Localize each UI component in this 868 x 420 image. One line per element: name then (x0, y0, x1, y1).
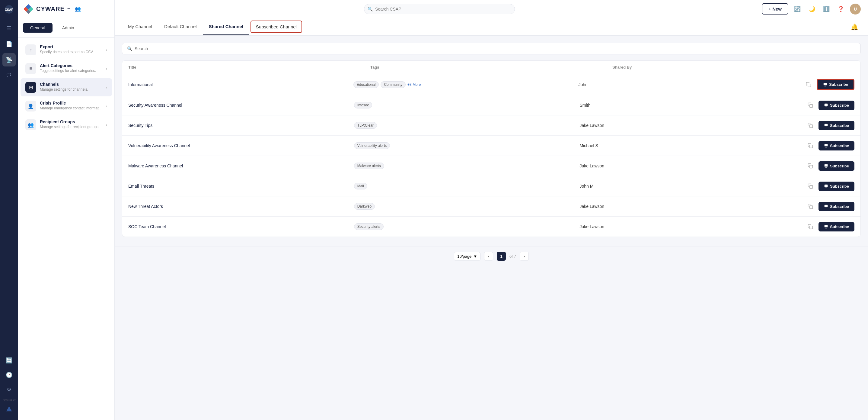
svg-rect-9 (824, 83, 827, 85)
per-page-selector[interactable]: 10/page ▼ (454, 252, 480, 261)
prev-page-button[interactable]: ‹ (484, 252, 493, 261)
row-4-subscribe-button[interactable]: Subscribe (818, 161, 855, 171)
search-icon: 🔍 (368, 7, 373, 11)
csap-logo-icon: CSAP (4, 4, 14, 14)
row-3-copy-button[interactable] (805, 140, 815, 151)
sidebar-item-alert-categories[interactable]: ≡ Alert Categories Toggle settings for a… (21, 59, 112, 78)
tag-tlp:clear: TLP:Clear (354, 122, 377, 129)
svg-rect-10 (810, 105, 813, 108)
refresh-icon-button[interactable]: 🔄 (792, 4, 803, 15)
row-7-copy-button[interactable] (805, 222, 815, 232)
nav-clock-icon[interactable]: 🕐 (2, 368, 16, 382)
user-avatar[interactable]: U (850, 4, 861, 15)
content-search-input[interactable] (134, 46, 856, 51)
tag-darkweb: Darkweb (354, 203, 375, 210)
row-6-copy-button[interactable] (805, 201, 815, 212)
tag-vulnerability-alerts: Vulnerability alerts (354, 142, 390, 149)
admin-tab-button[interactable]: Admin (55, 23, 82, 33)
tab-shared-channel[interactable]: Shared Channel (203, 19, 249, 35)
row-0-copy-button[interactable] (803, 80, 814, 90)
row-2-copy-button[interactable] (805, 120, 815, 131)
cyware-title: CYWARE (36, 5, 65, 12)
sidebar-icon-recipient-groups: 👥 (25, 119, 36, 130)
row-2-subscribe-button[interactable]: Subscribe (818, 121, 855, 130)
app-logo[interactable]: CSAP (3, 3, 16, 16)
row-1-tags: Infosec (354, 102, 580, 109)
sidebar-desc-export: Specify dates and export as CSV (40, 50, 93, 54)
svg-rect-18 (810, 186, 813, 189)
sidebar-item-channels[interactable]: ⊞ Channels Manage settings for channels.… (21, 78, 112, 96)
nav-cyware-brand-icon (2, 402, 16, 416)
nav-settings-icon[interactable]: ⚙ (2, 383, 16, 396)
total-pages-label: of 7 (509, 254, 516, 259)
general-tab-button[interactable]: General (23, 23, 53, 33)
sidebar-desc-alert-categories: Toggle settings for alert categories. (40, 68, 96, 73)
users-group-icon[interactable]: 👥 (75, 6, 81, 12)
svg-marker-2 (6, 407, 12, 412)
row-1-subscribe-button[interactable]: Subscribe (818, 101, 855, 110)
svg-rect-23 (825, 225, 828, 227)
sidebar-item-crisis-profile[interactable]: 👤 Crisis Profile Manage emergency contac… (21, 97, 112, 115)
sidebar-title-crisis-profile: Crisis Profile (40, 101, 102, 106)
sidebar-desc-crisis-profile: Manage emergency contact informati... (40, 106, 102, 110)
row-5-shared-by: John M (580, 184, 805, 189)
row-4-title: Malware Awareness Channel (128, 164, 354, 168)
nav-sync-icon[interactable]: 🔄 (2, 354, 16, 367)
row-1-shared-by: Smith (580, 103, 805, 108)
row-0-shared-by: John (578, 82, 803, 87)
row-5-subscribe-button[interactable]: Subscribe (818, 181, 855, 191)
help-icon-button[interactable]: ❓ (835, 4, 846, 15)
row-1-copy-button[interactable] (805, 100, 815, 110)
nav-menu-icon[interactable]: ☰ (2, 22, 16, 35)
nav-shield-icon[interactable]: 🛡 (2, 69, 16, 82)
notification-bell-icon[interactable]: 🔔 (848, 23, 861, 30)
table-row: Email ThreatsMailJohn M Subscribe (122, 176, 861, 196)
sidebar: CYWARE ™ 👥 General Admin ↑ Export Specif… (18, 0, 115, 420)
row-2-tags: TLP:Clear (354, 122, 580, 129)
tab-default-channel[interactable]: Default Channel (158, 19, 203, 35)
sidebar-title-recipient-groups: Recipient Groups (40, 119, 99, 124)
row-2-shared-by: Jake Lawson (580, 123, 805, 128)
row-3-subscribe-button[interactable]: Subscribe (818, 141, 855, 150)
sidebar-tab-header: General Admin (18, 18, 114, 38)
content-panel: 🔍 TitleTagsShared By InformationalEducat… (115, 36, 868, 244)
row-6-title: New Threat Actors (128, 204, 354, 209)
global-search-input[interactable] (364, 4, 515, 14)
row-4-copy-button[interactable] (805, 161, 815, 171)
channel-tabs: My ChannelDefault ChannelShared ChannelS… (115, 18, 868, 36)
per-page-label: 10/page (457, 254, 471, 259)
sidebar-item-export[interactable]: ↑ Export Specify dates and export as CSV… (21, 41, 112, 59)
row-2-title: Security Tips (128, 123, 354, 128)
row-6-tags: Darkweb (354, 203, 580, 210)
row-5-copy-button[interactable] (805, 181, 815, 191)
row-5-title: Email Threats (128, 184, 354, 189)
global-search: 🔍 (364, 4, 515, 14)
sidebar-desc-recipient-groups: Manage settings for recipient groups. (40, 125, 99, 129)
nav-channels-icon[interactable]: 📡 (2, 53, 16, 66)
svg-text:CSAP: CSAP (5, 8, 13, 11)
row-6-subscribe-button[interactable]: Subscribe (818, 202, 855, 211)
cyware-tm: ™ (67, 7, 70, 10)
tab-my-channel[interactable]: My Channel (122, 19, 158, 35)
row-1-title: Security Awareness Channel (128, 103, 354, 108)
next-page-button[interactable]: › (520, 252, 529, 261)
row-0-subscribe-button[interactable]: Subscribe (817, 79, 855, 90)
tag-mail: Mail (354, 183, 367, 190)
cyware-logo: CYWARE ™ (23, 4, 70, 15)
sidebar-item-left-channels: ⊞ Channels Manage settings for channels. (25, 82, 88, 93)
svg-rect-20 (810, 206, 813, 209)
svg-rect-21 (825, 205, 828, 207)
tab-subscribed-channel[interactable]: Subscribed Channel (250, 21, 302, 33)
dark-mode-icon-button[interactable]: 🌙 (806, 4, 817, 15)
table-row: SOC Team ChannelSecurity alertsJake Laws… (122, 217, 861, 236)
row-7-subscribe-button[interactable]: Subscribe (818, 222, 855, 231)
info-icon-button[interactable]: ℹ️ (821, 4, 832, 15)
svg-rect-19 (825, 185, 828, 187)
new-button[interactable]: + New (762, 3, 788, 15)
sidebar-chevron-channels: › (105, 85, 107, 90)
sidebar-item-recipient-groups[interactable]: 👥 Recipient Groups Manage settings for r… (21, 116, 112, 134)
tag-malware-alerts: Malware alerts (354, 163, 384, 169)
nav-documents-icon[interactable]: 📄 (2, 37, 16, 51)
row-3-tags: Vulnerability alerts (354, 142, 580, 149)
table-row: New Threat ActorsDarkwebJake Lawson Subs… (122, 196, 861, 217)
